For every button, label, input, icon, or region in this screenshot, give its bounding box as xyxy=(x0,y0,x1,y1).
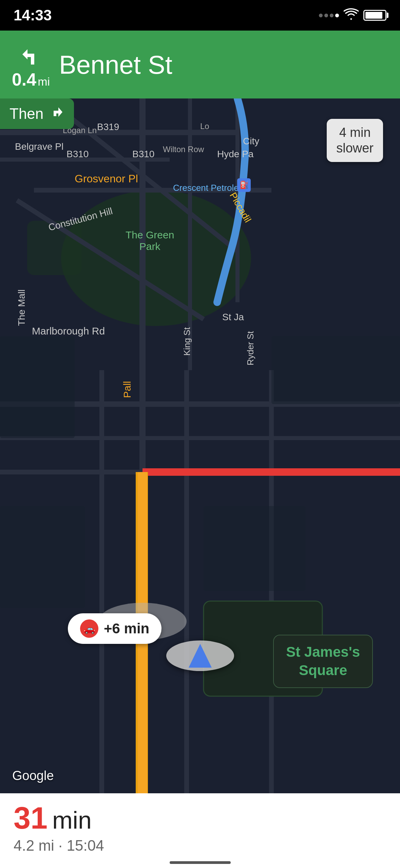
signal-icon xyxy=(319,14,339,17)
eta-separator: · xyxy=(58,837,66,854)
eta-details: 4.2 mi · 15:04 xyxy=(14,837,386,854)
traffic-badge-label: +6 min xyxy=(104,620,149,637)
then-indicator: Then xyxy=(0,98,74,129)
nav-arrow xyxy=(166,640,234,671)
place-label-line2: Square xyxy=(286,661,360,680)
traffic-callout: 4 min slower xyxy=(327,119,383,162)
map-svg xyxy=(0,98,400,793)
wifi-icon xyxy=(344,8,359,23)
eta-minutes: 31 xyxy=(14,801,47,836)
turn-info: 0.4 mi xyxy=(12,41,50,88)
eta-arrival-time: 15:04 xyxy=(67,837,104,854)
distance-unit: mi xyxy=(38,76,50,87)
then-label: Then xyxy=(9,105,43,122)
svg-rect-24 xyxy=(0,506,85,608)
svg-point-1 xyxy=(61,190,251,326)
svg-rect-25 xyxy=(271,336,400,404)
nav-arrow-oval xyxy=(166,640,234,671)
traffic-callout-line1: 4 min xyxy=(336,125,374,141)
svg-rect-23 xyxy=(204,506,305,591)
google-watermark: Google xyxy=(12,768,54,783)
fuel-icon: ⛽ xyxy=(237,178,251,192)
home-indicator[interactable] xyxy=(170,861,231,864)
nav-direction-triangle xyxy=(189,644,212,668)
street-name: Bennet St xyxy=(59,50,172,79)
map-area[interactable]: Belgrave Pl B310 B319 B310 Logan Ln Gros… xyxy=(0,98,400,793)
bottom-bar: 31 min 4.2 mi · 15:04 xyxy=(0,793,400,868)
nav-header: 0.4 mi Bennet St xyxy=(0,31,400,98)
eta-min-label: min xyxy=(52,806,92,834)
status-bar: 14:33 xyxy=(0,0,400,31)
svg-rect-2 xyxy=(27,221,81,275)
eta-distance: 4.2 mi xyxy=(14,837,54,854)
eta-row: 31 min xyxy=(14,801,386,836)
place-label-line1: St James's xyxy=(286,643,360,662)
turn-arrow-icon xyxy=(16,41,46,71)
traffic-callout-line2: slower xyxy=(336,141,374,156)
distance-value: 0.4 xyxy=(12,71,36,88)
traffic-badge[interactable]: 🚗 +6 min xyxy=(68,613,161,644)
status-icons xyxy=(319,8,386,23)
battery-icon xyxy=(363,10,386,21)
then-direction-icon xyxy=(50,105,64,123)
status-time: 14:33 xyxy=(14,7,52,24)
traffic-car-icon: 🚗 xyxy=(80,619,98,638)
google-text: Google xyxy=(12,768,54,783)
svg-rect-22 xyxy=(0,336,75,438)
st-james-square-label: St James's Square xyxy=(273,635,373,688)
